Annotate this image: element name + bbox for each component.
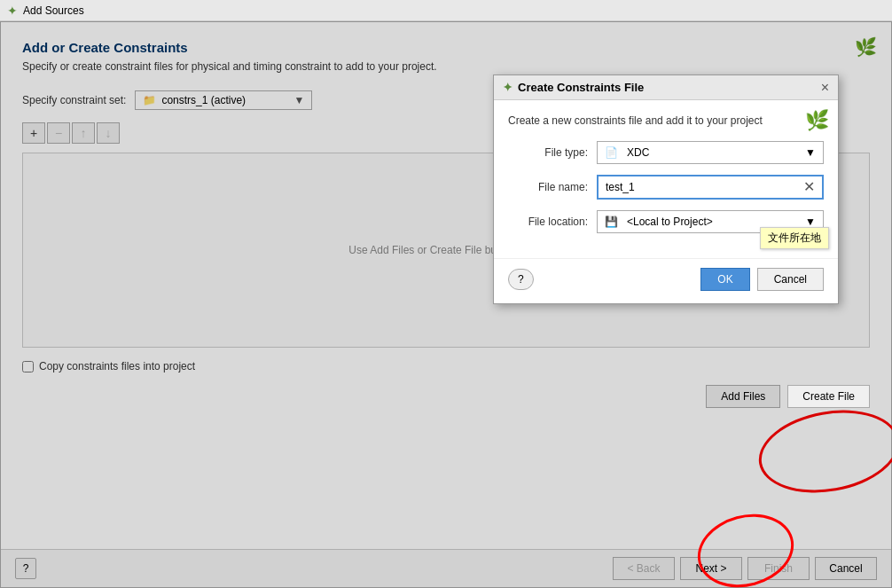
modal-footer: ? OK Cancel — [494, 258, 838, 303]
modal-leaf-icon: 🌿 — [805, 109, 829, 131]
create-constraints-dialog: ✦ Create Constraints File × 🌿 Create a n… — [493, 74, 839, 304]
file-type-icon: 📄 — [605, 146, 618, 159]
file-type-value: XDC — [623, 146, 800, 159]
file-type-arrow-icon: ▼ — [805, 146, 816, 159]
modal-overlay: ✦ Create Constraints File × 🌿 Create a n… — [0, 21, 892, 588]
clear-filename-button[interactable]: ✕ — [803, 180, 815, 194]
modal-title-text: ✦ Create Constraints File — [503, 81, 644, 94]
modal-footer-buttons: OK Cancel — [700, 268, 824, 291]
tooltip-text: 文件所在地 — [768, 231, 821, 244]
modal-help-button[interactable]: ? — [508, 269, 534, 290]
title-bar-icon: ✦ — [7, 4, 18, 18]
file-name-row: File name: ✕ — [508, 175, 824, 200]
ok-button-annotation — [690, 504, 802, 588]
file-type-dropdown[interactable]: 📄 XDC ▼ — [597, 141, 824, 164]
file-location-arrow-icon: ▼ — [805, 216, 816, 228]
title-bar: ✦ Add Sources — [0, 0, 892, 21]
modal-cancel-button[interactable]: Cancel — [757, 268, 824, 291]
file-type-label: File type: — [508, 146, 588, 159]
modal-body: 🌿 Create a new constraints file and add … — [494, 100, 838, 258]
tooltip-box: 文件所在地 — [760, 227, 829, 249]
modal-title-label: Create Constraints File — [518, 81, 644, 94]
modal-logo: 🌿 — [805, 109, 829, 132]
modal-title-icon: ✦ — [503, 81, 513, 94]
modal-description: Create a new constraints file and add it… — [508, 114, 824, 127]
modal-title-bar: ✦ Create Constraints File × — [494, 75, 838, 100]
modal-ok-button[interactable]: OK — [700, 268, 749, 291]
file-name-label: File name: — [508, 181, 588, 193]
file-type-row: File type: 📄 XDC ▼ — [508, 141, 824, 164]
file-location-value: <Local to Project> — [623, 216, 800, 228]
file-location-label: File location: — [508, 216, 588, 228]
modal-close-button[interactable]: × — [821, 81, 829, 95]
title-bar-label: Add Sources — [23, 4, 84, 17]
file-name-input[interactable] — [606, 181, 798, 193]
file-name-field[interactable]: ✕ — [597, 175, 824, 200]
create-file-button[interactable]: Create File — [787, 385, 870, 408]
file-location-icon: 💾 — [605, 216, 618, 228]
